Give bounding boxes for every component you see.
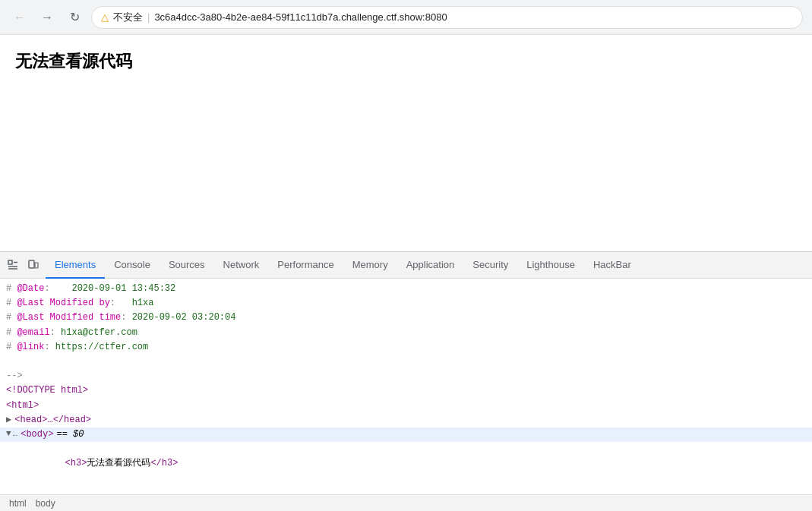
tab-network[interactable]: Network <box>214 252 269 279</box>
code-line-email: # @email: h1xa@ctfer.com <box>0 326 812 340</box>
page-content: 无法查看源代码 <box>0 35 812 251</box>
devtools-tabs: Elements Console Sources Network Perform… <box>46 252 640 279</box>
url-text: 3c6a4dcc-3a80-4b2e-ae84-59f11c11db7a.cha… <box>154 11 447 23</box>
svg-rect-4 <box>29 260 34 268</box>
svg-rect-0 <box>8 260 12 264</box>
code-line-h3: <h3>无法查看源代码</h3> <box>0 442 812 486</box>
address-bar[interactable]: △ 不安全 | 3c6a4dcc-3a80-4b2e-ae84-59f11c11… <box>91 6 803 29</box>
breadcrumb-html[interactable]: html <box>6 497 30 510</box>
back-button[interactable]: ← <box>9 7 30 28</box>
tab-sources[interactable]: Sources <box>160 252 214 279</box>
breadcrumb-body[interactable]: body <box>33 497 58 510</box>
tab-console[interactable]: Console <box>105 252 160 279</box>
inspect-element-button[interactable] <box>3 255 23 275</box>
svg-rect-5 <box>35 263 38 268</box>
separator: | <box>147 11 150 23</box>
code-line-blank1 <box>0 355 812 369</box>
page-heading: 无法查看源代码 <box>15 50 797 73</box>
code-line-head: ▶<head>…</head> <box>0 413 812 427</box>
code-line-author: # @Last Modified by: h1xa <box>0 296 812 311</box>
code-line-html-open: <html> <box>0 399 812 413</box>
browser-toolbar: ← → ↻ △ 不安全 | 3c6a4dcc-3a80-4b2e-ae84-59… <box>0 0 812 35</box>
code-line-comment-end: --> <box>0 369 812 383</box>
tab-hackbar[interactable]: HackBar <box>584 252 640 279</box>
tab-elements[interactable]: Elements <box>46 252 105 279</box>
code-line-date: # @Date: 2020-09-01 13:45:32 <box>0 282 812 296</box>
devtools-panel: Elements Console Sources Network Perform… <box>0 251 812 511</box>
breadcrumb-bar: html body <box>0 494 812 511</box>
forward-button[interactable]: → <box>36 7 58 28</box>
security-warning-icon: △ <box>101 11 109 23</box>
dot-dot-dot-indicator: … <box>13 427 18 441</box>
device-toolbar-button[interactable] <box>23 255 43 275</box>
tab-memory[interactable]: Memory <box>343 252 397 279</box>
reload-button[interactable]: ↻ <box>64 7 85 28</box>
code-line-flag-comment: <!-- ctfshow{f12b3eeb-93e5-4676-bcef-9e0… <box>0 486 812 494</box>
code-line-modified: # @Last Modified time: 2020-09-02 03:20:… <box>0 311 812 325</box>
code-line-doctype: <!DOCTYPE html> <box>0 383 812 398</box>
code-line-link: # @link: https://ctfer.com <box>0 340 812 355</box>
tab-security[interactable]: Security <box>463 252 517 279</box>
tab-lighthouse[interactable]: Lighthouse <box>517 252 584 279</box>
code-line-body-selected[interactable]: ▼ … <body> == $0 <box>0 427 812 442</box>
tab-application[interactable]: Application <box>397 252 464 279</box>
devtools-toolbar: Elements Console Sources Network Perform… <box>0 252 812 279</box>
devtools-code-content[interactable]: # @Date: 2020-09-01 13:45:32 # @Last Mod… <box>0 279 812 494</box>
not-secure-label: 不安全 <box>113 11 143 24</box>
tab-performance[interactable]: Performance <box>268 252 343 279</box>
